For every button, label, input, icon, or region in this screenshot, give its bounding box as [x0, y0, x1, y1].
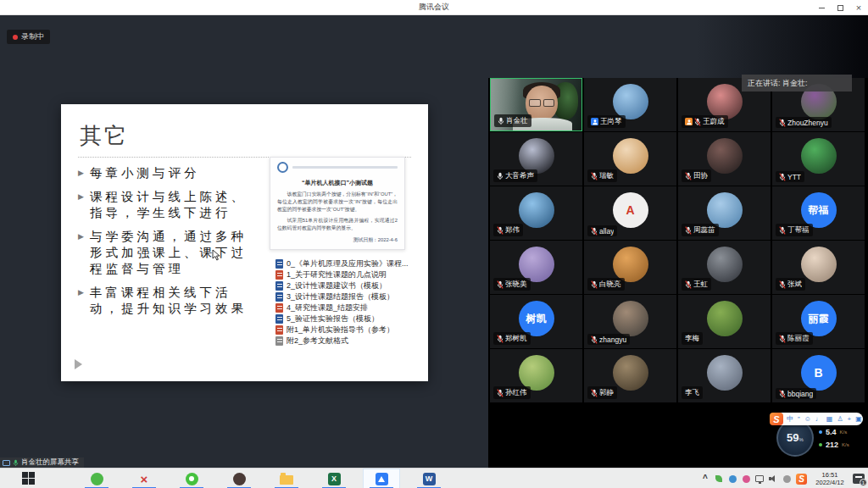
- file-label: 5_验证性实验报告（模板）: [287, 313, 379, 324]
- chinese-english-toggle-icon[interactable]: 中: [787, 416, 793, 423]
- slide-bullet-list: ▶每章小测与评分▶课程设计与线上陈述、指导，学生线下进行▶与学委沟通，通过多种形…: [78, 165, 260, 317]
- tray-security-leaf-icon[interactable]: [715, 474, 723, 485]
- sogou-ime-toolbar[interactable]: S 中”☺♩▦♙+▣: [773, 413, 863, 425]
- participant-tile[interactable]: zhangyu: [584, 295, 676, 348]
- participant-tile[interactable]: 丽霞陈丽霞: [772, 295, 865, 348]
- folder-glyph: [280, 475, 293, 485]
- participant-name: 郑伟: [505, 225, 520, 236]
- avatar: 树凯: [519, 301, 554, 336]
- app-word-icon: W: [422, 472, 436, 485]
- account-icon[interactable]: ♙: [837, 416, 843, 423]
- participant-tile[interactable]: 瑞敏: [584, 132, 676, 186]
- participant-tile[interactable]: YTT: [772, 132, 865, 186]
- tray-ime-status-icon[interactable]: [782, 474, 791, 485]
- participant-tile[interactable]: 王虹: [678, 241, 771, 294]
- mountain-glyph: [378, 476, 385, 482]
- mic-muted-icon: [591, 389, 598, 397]
- minimize-button[interactable]: [812, 0, 831, 15]
- app-tencent-meeting-icon: [375, 472, 388, 485]
- app-wechat[interactable]: [173, 469, 210, 488]
- soft-keyboard-icon[interactable]: ▦: [826, 416, 833, 423]
- folder-tab: [281, 473, 286, 475]
- network-speed-widget[interactable]: 5.4 K/s 212 K/s: [819, 428, 849, 449]
- action-center-button[interactable]: 1: [853, 474, 865, 484]
- participant-name-tag: 丁帮福: [776, 224, 813, 236]
- tray-sogou-icon[interactable]: S: [796, 474, 807, 485]
- maximize-button[interactable]: [831, 0, 849, 15]
- participant-tile[interactable]: 张晓美: [490, 241, 582, 294]
- toolbox-icon[interactable]: ▣: [855, 416, 862, 423]
- bullet-arrow-icon: ▶: [78, 285, 84, 317]
- app-excel-icon: X: [327, 472, 341, 485]
- file-list-item: 附1_单片机实验指导书（参考）: [275, 325, 426, 335]
- windows-taskbar: ×XW ^S 16:51 2022/4/12 1: [0, 468, 868, 488]
- tray-display-icon[interactable]: [755, 474, 764, 485]
- participant-name-tag: 田协: [682, 169, 711, 182]
- participant-name-tag: 李梅: [682, 332, 703, 345]
- participant-name: allay: [599, 227, 614, 236]
- participant-name: YTT: [787, 173, 801, 181]
- app-word[interactable]: W: [410, 469, 448, 488]
- app-tencent-meeting[interactable]: [363, 469, 400, 488]
- file-label: 4_研究性课题_结题安排: [287, 302, 368, 313]
- participant-tile[interactable]: 王尚琴: [584, 78, 676, 131]
- tray-icon-row: ^S: [701, 474, 807, 485]
- download-unit: K/s: [842, 442, 849, 447]
- participant-tile[interactable]: 肖金壮: [490, 78, 582, 131]
- app-360-browser[interactable]: [78, 469, 115, 488]
- file-list-item: 2_设计性课题建议书（模板）: [275, 281, 426, 291]
- sogou-logo-icon[interactable]: S: [770, 413, 783, 425]
- participant-tile[interactable]: 郭静: [584, 349, 676, 402]
- tray-pink-app-icon[interactable]: [742, 474, 750, 485]
- avatar: [519, 355, 554, 391]
- tray-network-globe-icon[interactable]: [728, 474, 737, 485]
- university-logo-icon: [277, 162, 288, 173]
- start-button[interactable]: [22, 472, 36, 485]
- file-label: 附1_单片机实验指导书（参考）: [287, 324, 394, 336]
- participant-tile[interactable]: 郑伟: [490, 186, 582, 240]
- tray-expand-chevron-icon[interactable]: ^: [701, 474, 709, 485]
- emoji-picker-icon[interactable]: ☺: [804, 416, 811, 423]
- system-tray: ^S 16:51 2022/4/12 1: [701, 469, 865, 488]
- participant-tile[interactable]: 田协: [678, 132, 771, 186]
- participant-tile[interactable]: Aallay: [584, 186, 676, 240]
- participant-tile[interactable]: 周蕊苗: [678, 186, 771, 240]
- participant-tile[interactable]: 李飞: [678, 349, 771, 402]
- app-dark-circle[interactable]: [220, 469, 258, 488]
- avatar: [707, 247, 743, 282]
- close-icon: ×: [856, 3, 861, 13]
- avatar: [707, 355, 743, 391]
- recording-badge[interactable]: 录制中: [7, 30, 50, 44]
- doc-file-icon: [275, 292, 283, 302]
- participant-tile[interactable]: 张斌: [772, 241, 865, 294]
- participant-tile[interactable]: 帮福丁帮福: [772, 186, 865, 240]
- bullet-text: 与学委沟通，通过多种形式加强课上、课下过程监督与管理: [90, 229, 260, 277]
- participant-tile[interactable]: 树凯郑树凯: [490, 295, 582, 348]
- participant-tile[interactable]: Bbbqiang: [772, 349, 865, 402]
- action-center-icon: [855, 476, 862, 478]
- clock[interactable]: 16:51 2022/4/12: [812, 471, 848, 486]
- slide-bullet: ▶课程设计与线上陈述、指导，学生线下进行: [78, 189, 260, 221]
- avatar: [613, 355, 648, 391]
- participant-tile[interactable]: 孙红伟: [490, 349, 582, 402]
- mic-on-icon: [497, 172, 504, 180]
- screen-share-view: 录制中 其它 ▶每章小测与评分▶课程设计与线上陈述、指导，学生线下进行▶与学委沟…: [0, 15, 488, 468]
- app-file-explorer[interactable]: [268, 469, 305, 488]
- participant-tile[interactable]: 大音希声: [490, 132, 582, 186]
- doc-file-icon: [275, 270, 283, 280]
- tray-volume-icon[interactable]: [769, 474, 777, 485]
- app-excel[interactable]: X: [315, 469, 353, 488]
- slide-title: 其它: [80, 121, 129, 151]
- participant-tile[interactable]: 李梅: [678, 295, 771, 348]
- download-speed-row: 212 K/s: [819, 441, 849, 449]
- participant-name: 李飞: [685, 388, 699, 398]
- window-title-bar[interactable]: 腾讯会议 ×: [0, 0, 868, 15]
- punctuation-icon[interactable]: ”: [798, 416, 800, 423]
- app-red-x[interactable]: ×: [125, 469, 163, 488]
- voice-input-icon[interactable]: ♩: [815, 416, 822, 423]
- skin-center-icon[interactable]: +: [848, 416, 852, 423]
- close-button[interactable]: ×: [849, 0, 868, 15]
- app-red-x-icon: ×: [137, 472, 151, 485]
- avatar: [801, 247, 837, 282]
- participant-tile[interactable]: 白晓亮: [584, 241, 676, 294]
